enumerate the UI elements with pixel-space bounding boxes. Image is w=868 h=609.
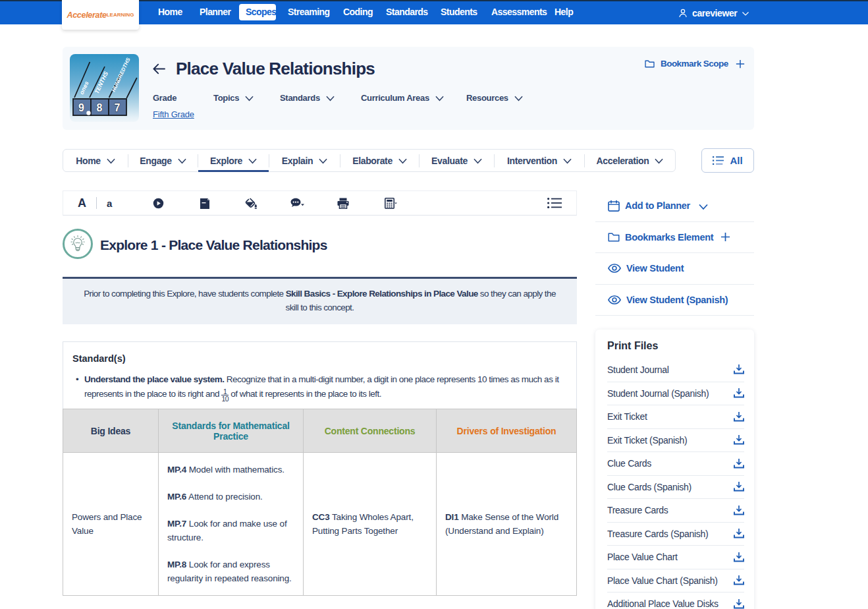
svg-text:8: 8 (97, 102, 103, 113)
svg-text:7: 7 (115, 102, 121, 113)
svg-text:9: 9 (78, 102, 84, 113)
